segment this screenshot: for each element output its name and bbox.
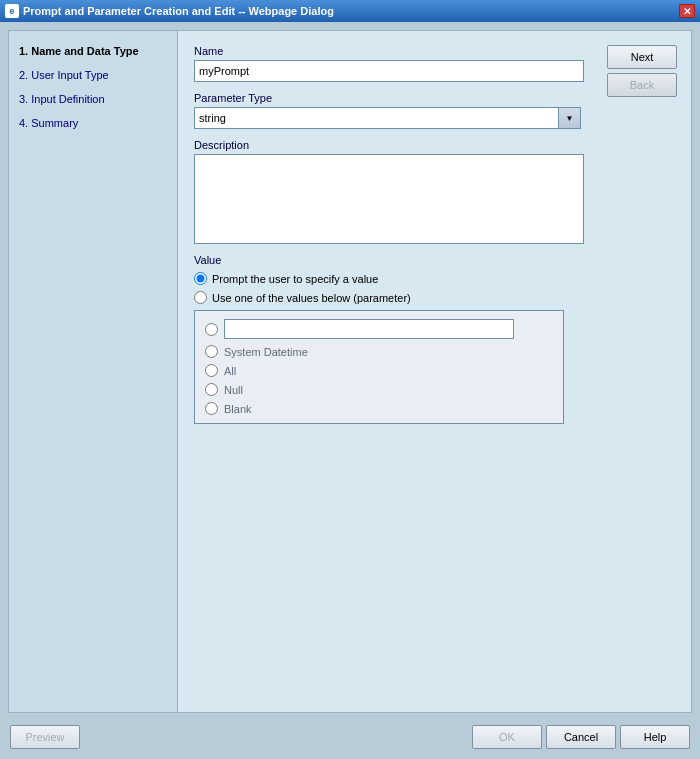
inner-value-box: System Datetime All Null Blank bbox=[194, 310, 564, 424]
inner-radio-null[interactable]: Null bbox=[205, 383, 553, 396]
title-bar-left: e Prompt and Parameter Creation and Edit… bbox=[5, 4, 334, 18]
sidebar-item-input-definition[interactable]: 3. Input Definition bbox=[9, 87, 177, 111]
back-button[interactable]: Back bbox=[607, 73, 677, 97]
value-section: Value Prompt the user to specify a value… bbox=[194, 254, 675, 424]
next-button[interactable]: Next bbox=[607, 45, 677, 69]
sidebar-item-name-data-type[interactable]: 1. Name and Data Type bbox=[9, 39, 177, 63]
param-type-select[interactable]: string integer double long float date bo… bbox=[194, 107, 559, 129]
ok-button[interactable]: OK bbox=[472, 725, 542, 749]
bottom-left-buttons: Preview bbox=[10, 725, 80, 749]
radio-prompt-user-input[interactable] bbox=[194, 272, 207, 285]
preview-button[interactable]: Preview bbox=[10, 725, 80, 749]
inner-null-label: Null bbox=[224, 384, 243, 396]
inner-radio-system-datetime-input[interactable] bbox=[205, 345, 218, 358]
bottom-right-buttons: OK Cancel Help bbox=[472, 725, 690, 749]
inner-radio-custom[interactable] bbox=[205, 319, 553, 339]
radio-prompt-user[interactable]: Prompt the user to specify a value bbox=[194, 272, 675, 285]
app-icon: e bbox=[5, 4, 19, 18]
radio-use-below[interactable]: Use one of the values below (parameter) bbox=[194, 291, 675, 304]
main-container: 1. Name and Data Type 2. User Input Type… bbox=[0, 22, 700, 759]
inner-radio-system-datetime[interactable]: System Datetime bbox=[205, 345, 553, 358]
name-label: Name bbox=[194, 45, 675, 57]
name-field-group: Name bbox=[194, 45, 675, 82]
description-field-group: Description bbox=[194, 139, 675, 244]
help-button[interactable]: Help bbox=[620, 725, 690, 749]
inner-radio-all[interactable]: All bbox=[205, 364, 553, 377]
inner-radio-blank[interactable]: Blank bbox=[205, 402, 553, 415]
inner-radio-custom-input[interactable] bbox=[205, 323, 218, 336]
radio-use-below-input[interactable] bbox=[194, 291, 207, 304]
sidebar: 1. Name and Data Type 2. User Input Type… bbox=[8, 30, 178, 713]
sidebar-item-summary[interactable]: 4. Summary bbox=[9, 111, 177, 135]
sidebar-item-user-input-type[interactable]: 2. User Input Type bbox=[9, 63, 177, 87]
content-area: 1. Name and Data Type 2. User Input Type… bbox=[8, 30, 692, 713]
value-label: Value bbox=[194, 254, 675, 266]
description-input[interactable] bbox=[194, 154, 584, 244]
cancel-button[interactable]: Cancel bbox=[546, 725, 616, 749]
title-bar: e Prompt and Parameter Creation and Edit… bbox=[0, 0, 700, 22]
description-label: Description bbox=[194, 139, 675, 151]
inner-radio-null-input[interactable] bbox=[205, 383, 218, 396]
inner-radio-all-input[interactable] bbox=[205, 364, 218, 377]
param-type-dropdown-arrow[interactable]: ▼ bbox=[559, 107, 581, 129]
radio-prompt-user-label: Prompt the user to specify a value bbox=[212, 273, 378, 285]
inner-system-datetime-label: System Datetime bbox=[224, 346, 308, 358]
name-input[interactable] bbox=[194, 60, 584, 82]
inner-all-label: All bbox=[224, 365, 236, 377]
inner-radio-blank-input[interactable] bbox=[205, 402, 218, 415]
param-type-label: Parameter Type bbox=[194, 92, 675, 104]
inner-blank-label: Blank bbox=[224, 403, 252, 415]
top-buttons: Next Back bbox=[607, 45, 677, 97]
param-type-field-group: Parameter Type string integer double lon… bbox=[194, 92, 675, 129]
bottom-bar: Preview OK Cancel Help bbox=[8, 721, 692, 751]
window-title: Prompt and Parameter Creation and Edit -… bbox=[23, 5, 334, 17]
radio-use-below-label: Use one of the values below (parameter) bbox=[212, 292, 411, 304]
param-type-wrapper: string integer double long float date bo… bbox=[194, 107, 675, 129]
close-button[interactable]: ✕ bbox=[679, 4, 695, 18]
inner-custom-value-input[interactable] bbox=[224, 319, 514, 339]
right-panel: Next Back Name Parameter Type string int… bbox=[178, 30, 692, 713]
